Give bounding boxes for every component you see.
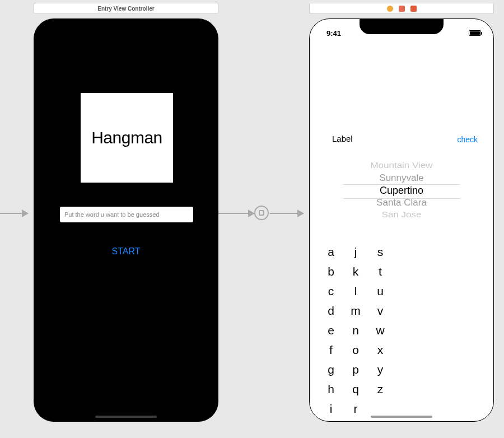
letter-c[interactable]: c (328, 281, 334, 301)
segue-node-icon[interactable] (254, 206, 269, 220)
letter-w[interactable]: w (376, 320, 384, 340)
picker-option[interactable]: Mountain View (370, 161, 432, 171)
letter-u[interactable]: u (377, 281, 384, 301)
letter-k[interactable]: k (353, 262, 359, 281)
battery-icon (469, 30, 481, 36)
start-button[interactable]: START (34, 246, 218, 257)
hangman-title-card: Hangman (81, 93, 173, 183)
letter-n[interactable]: n (352, 320, 359, 340)
picker-selected[interactable]: Cupertino (380, 184, 423, 197)
device-game-screen: 9:41 Label check Mountain View Sunnyvale… (309, 18, 494, 422)
check-button[interactable]: check (457, 135, 478, 144)
letter-i[interactable]: i (330, 399, 333, 418)
alphabet-grid: abcdefghi jklmnopqr stuvwxyz (325, 242, 386, 418)
letter-r[interactable]: r (354, 399, 358, 418)
letter-h[interactable]: h (328, 379, 334, 399)
word-input[interactable]: Put the word u want to be guessed (60, 207, 193, 222)
alpha-col-3: stuvwxyz (375, 242, 386, 418)
letter-q[interactable]: q (352, 379, 359, 399)
letter-z[interactable]: z (377, 379, 384, 399)
picker-option[interactable]: Santa Clara (376, 197, 427, 208)
scene-title-game (309, 3, 494, 14)
scene-title-text: Entry View Controller (97, 6, 155, 12)
status-time: 9:41 (326, 29, 341, 38)
letter-d[interactable]: d (328, 301, 334, 320)
scene-title-entry: Entry View Controller (34, 3, 218, 14)
letter-l[interactable]: l (354, 281, 357, 301)
letter-b[interactable]: b (328, 262, 334, 281)
letter-e[interactable]: e (328, 320, 334, 340)
letter-a[interactable]: a (328, 242, 334, 262)
letter-m[interactable]: m (351, 301, 361, 320)
alpha-col-1: abcdefghi (325, 242, 337, 418)
device-entry-screen: Hangman Put the word u want to be guesse… (34, 18, 218, 422)
alpha-col-2: jklmnopqr (350, 242, 361, 418)
letter-x[interactable]: x (377, 340, 384, 360)
letter-o[interactable]: o (352, 340, 359, 360)
picker-divider-top (343, 184, 460, 185)
home-indicator (95, 416, 157, 418)
segue-arrow-in (270, 213, 304, 214)
word-input-placeholder: Put the word u want to be guessed (64, 211, 159, 218)
ib-icon-exit (410, 6, 417, 12)
letter-g[interactable]: g (328, 360, 334, 379)
segue-arrow-out (218, 213, 254, 214)
letter-f[interactable]: f (329, 340, 333, 360)
ib-icon-outlet (387, 6, 393, 12)
letter-p[interactable]: p (352, 360, 359, 379)
notch (360, 18, 444, 34)
picker-option[interactable]: San Jose (382, 210, 422, 221)
letter-y[interactable]: y (377, 360, 384, 379)
home-indicator (371, 416, 432, 418)
city-picker[interactable]: Mountain View Sunnyvale Cupertino Santa … (310, 156, 493, 223)
ib-toolbar-icons (387, 6, 417, 12)
initial-vc-arrow (0, 213, 28, 214)
letter-t[interactable]: t (379, 262, 382, 281)
letter-j[interactable]: j (354, 242, 357, 262)
letter-v[interactable]: v (377, 301, 384, 320)
start-button-label: START (112, 246, 141, 256)
picker-option[interactable]: Sunnyvale (379, 173, 423, 184)
ib-icon-module (399, 6, 405, 12)
letter-s[interactable]: s (377, 242, 384, 262)
result-label: Label (332, 134, 353, 143)
hangman-title: Hangman (91, 128, 162, 147)
check-button-label: check (457, 135, 478, 144)
